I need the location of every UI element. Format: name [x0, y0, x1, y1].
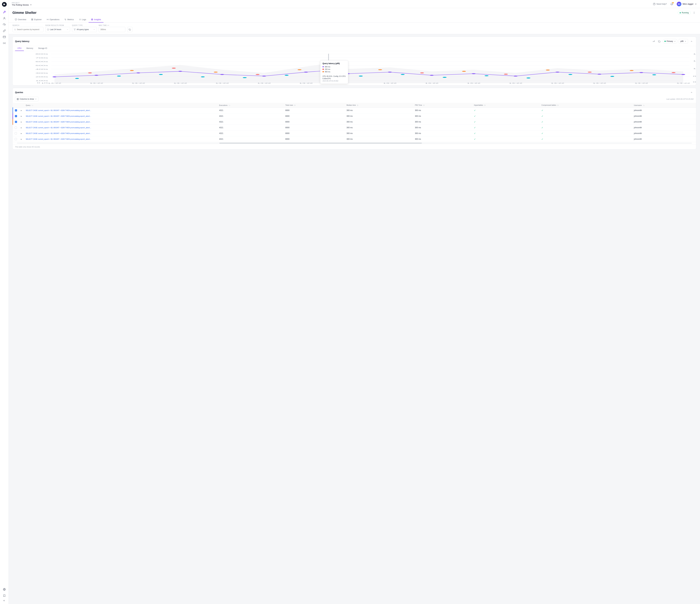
query-link[interactable]: SELECT CASE current_epoch > $1::BIGINT +…: [26, 121, 91, 123]
chart-tab-cpu[interactable]: CPU: [15, 46, 24, 51]
row-checkbox-cell[interactable]: [13, 130, 19, 136]
max-time-filter-input[interactable]: [99, 27, 125, 32]
queries-tools: Columns to show Last update: 2023-08-23T…: [12, 97, 696, 103]
queries-collapse-button[interactable]: [689, 90, 694, 95]
tab-logs[interactable]: Logs: [76, 17, 89, 23]
help-button[interactable]: Need help?: [653, 3, 667, 5]
project-label: PROJECT: [12, 2, 32, 4]
query-link[interactable]: SELECT CASE current_epoch > $1::BIGINT +…: [26, 132, 91, 134]
expand-arrow-icon[interactable]: ▶: [21, 110, 22, 111]
expand-arrow-icon[interactable]: ▶: [21, 121, 22, 123]
col-executions[interactable]: Executions ↑↓: [217, 103, 283, 107]
project-selector[interactable]: The Rolling Stones: [12, 4, 32, 6]
tab-metrics[interactable]: Metrics: [62, 17, 76, 23]
tab-explorer[interactable]: Explorer: [29, 17, 44, 23]
app-logo[interactable]: [2, 2, 7, 7]
query-link[interactable]: SELECT CASE current_epoch > $1::BIGINT +…: [26, 110, 91, 111]
executions-sort-icon[interactable]: ↑↓: [228, 104, 230, 106]
row-checkbox-cell[interactable]: [13, 125, 19, 130]
sidebar-item-upload[interactable]: [2, 22, 7, 27]
svg-point-85: [504, 74, 508, 75]
col-p95-time[interactable]: P95 Time ◇: [413, 103, 472, 107]
row-expand-cell[interactable]: ▶: [19, 130, 24, 136]
chart-refresh-button[interactable]: [657, 39, 661, 44]
sidebar-item-globe[interactable]: [2, 587, 7, 592]
chart-header-right: Primary p95: [652, 39, 694, 44]
tooltip-cpu-detail: 5.00mCPU: [323, 78, 346, 79]
col-total-rows[interactable]: Total rows ◇: [283, 103, 345, 107]
expand-arrow-icon[interactable]: ▶: [21, 138, 22, 140]
row-expand-cell[interactable]: ▶: [19, 119, 24, 125]
show-results-select[interactable]: Last 24 hours: [45, 27, 70, 32]
row-checkbox-cell[interactable]: [13, 113, 19, 119]
row-checkbox-cell[interactable]: [13, 107, 19, 113]
expand-arrow-icon[interactable]: ▶: [21, 127, 22, 128]
sidebar-item-card[interactable]: [2, 34, 7, 40]
row-checkbox[interactable]: [15, 109, 17, 112]
row-checkbox[interactable]: [15, 115, 17, 117]
show-results-filter-group: SHOW RESULTS FROM Last 24 hours: [45, 25, 70, 32]
table-body: ▶SELECT CASE current_epoch > $1::BIGINT …: [13, 107, 696, 142]
row-checkbox[interactable]: [15, 126, 17, 129]
col-hypertables[interactable]: Hypertables ◇: [472, 103, 540, 107]
hypertables-sort-icon[interactable]: ◇: [484, 104, 485, 106]
sidebar-item-link[interactable]: [2, 28, 7, 33]
search-filter-input[interactable]: [12, 27, 44, 32]
svg-point-88: [630, 70, 633, 71]
row-checkbox[interactable]: [15, 138, 17, 140]
row-expand-cell[interactable]: ▶: [19, 125, 24, 130]
col-username[interactable]: Username ↑↓: [632, 103, 696, 107]
svg-text:0.5%: 0.5%: [693, 75, 696, 77]
horizontal-scrollbar[interactable]: [17, 143, 692, 144]
row-checkbox-cell[interactable]: [13, 136, 19, 142]
compressed-sort-icon[interactable]: ◇: [557, 104, 558, 106]
p95-select[interactable]: p95: [679, 39, 688, 44]
row-expand-cell[interactable]: ▶: [19, 136, 24, 142]
sidebar-expand-button[interactable]: [2, 599, 7, 602]
last-update-label: Last update: 2023-08-23T15:25:00Z: [666, 98, 694, 100]
tab-overview[interactable]: Overview: [12, 17, 29, 23]
query-type-select[interactable]: All query types: [72, 27, 97, 32]
query-link[interactable]: SELECT CASE current_epoch > $1::BIGINT +…: [26, 115, 91, 117]
tab-operations[interactable]: Operations: [44, 17, 62, 23]
expand-arrow-icon[interactable]: ▶: [21, 132, 22, 134]
svg-text:300s: 300s: [35, 72, 48, 74]
col-query[interactable]: Query ↑↓: [24, 103, 217, 107]
sidebar-item-wrench[interactable]: [2, 9, 7, 15]
row-expand-cell[interactable]: ▶: [19, 107, 24, 113]
primary-select[interactable]: Primary: [663, 39, 677, 44]
reset-filters-button[interactable]: [127, 27, 132, 32]
sidebar-item-user[interactable]: [2, 16, 7, 21]
chart-collapse-button[interactable]: [689, 39, 694, 44]
chart-tab-storage[interactable]: Storage IO: [36, 46, 50, 51]
query-link[interactable]: SELECT CASE current_epoch > $1::BIGINT +…: [26, 138, 91, 140]
query-link[interactable]: SELECT CASE current_epoch > $1::BIGINT +…: [26, 127, 91, 128]
row-checkbox-cell[interactable]: [13, 119, 19, 125]
chart-trend-button[interactable]: [652, 39, 656, 44]
query-sort-icon[interactable]: ↑↓: [31, 104, 33, 106]
row-checkbox[interactable]: [15, 121, 17, 123]
scrollbar-thumb[interactable]: [219, 143, 422, 144]
sidebar-item-settings[interactable]: [2, 40, 7, 46]
p95-time-sort-icon[interactable]: ◇: [423, 104, 424, 106]
max-time-input[interactable]: [100, 28, 124, 30]
user-menu[interactable]: MJ Mick Jagger: [677, 2, 697, 6]
row-expand-cell[interactable]: ▶: [19, 113, 24, 119]
col-compressed[interactable]: Compressed tables ◇: [540, 103, 632, 107]
svg-text:13:22: 13:22: [215, 82, 229, 84]
total-rows-sort-icon[interactable]: ◇: [294, 104, 295, 106]
col-median-time[interactable]: Median time ◇: [345, 103, 413, 107]
median-time-sort-icon[interactable]: ◇: [357, 104, 358, 106]
notification-button[interactable]: [669, 2, 674, 6]
sidebar-item-bookmark[interactable]: [2, 593, 7, 598]
more-button[interactable]: [692, 10, 696, 15]
username-sort-icon[interactable]: ↑↓: [643, 104, 645, 106]
chart-tab-memory[interactable]: Memory: [24, 46, 35, 51]
tooltip-label-400ms: 400 ms: [325, 71, 330, 73]
columns-to-show-button[interactable]: Columns to show: [15, 97, 39, 101]
tab-insights[interactable]: Insights: [89, 17, 103, 23]
search-input[interactable]: [17, 28, 42, 30]
expand-arrow-icon[interactable]: ▶: [21, 115, 22, 117]
row-checkbox[interactable]: [15, 132, 17, 135]
page-title-row: Gimme Shelter Running: [12, 10, 696, 15]
